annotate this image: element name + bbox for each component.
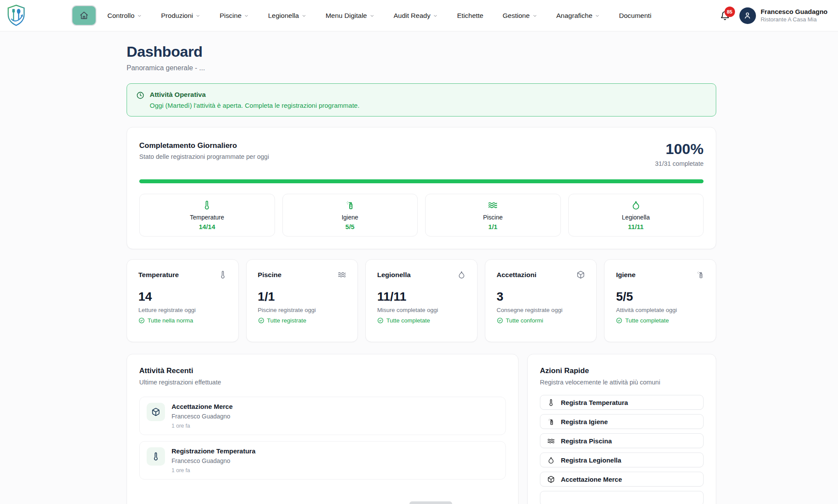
activity-time: 1 ore fa — [172, 423, 233, 429]
card-value: 1/1 — [258, 291, 347, 303]
card-title: Legionella — [377, 271, 411, 279]
load-more-button-partial[interactable] — [409, 501, 452, 504]
thermometer-icon — [219, 271, 227, 279]
stat-temperature: Temperature 14/14 — [139, 194, 275, 237]
spray-icon — [547, 418, 555, 425]
waves-icon — [338, 271, 346, 279]
quick-action-registra-legionella[interactable]: Registra Legionella — [540, 453, 704, 467]
card-title: Igiene — [616, 271, 635, 279]
nav-item-controllo[interactable]: Controllo — [107, 12, 142, 20]
stat-value: 5/5 — [345, 223, 354, 230]
nav-item-menu-digitale[interactable]: Menu Digitale — [326, 12, 374, 20]
droplet-icon — [547, 456, 555, 464]
summary-card-accettazioni[interactable]: Accettazioni 3 Consegne registrate oggi … — [485, 259, 597, 342]
stat-value: 14/14 — [199, 223, 215, 230]
spray-icon — [696, 271, 704, 279]
check-circle-icon — [377, 317, 384, 324]
summary-card-legionella[interactable]: Legionella 11/11 Misure completate oggi … — [365, 259, 477, 342]
summary-card-piscine[interactable]: Piscine 1/1 Piscine registrate oggi Tutt… — [246, 259, 358, 342]
operational-activity-alert: Attività Operativa Oggi (Martedì) l'atti… — [127, 83, 716, 117]
home-button[interactable] — [72, 5, 96, 26]
notifications-button[interactable]: 85 — [720, 11, 730, 21]
thermometer-icon — [151, 452, 160, 461]
summary-card-igiene[interactable]: Igiene 5/5 Attività completate oggi Tutt… — [604, 259, 716, 342]
recent-title: Attività Recenti — [139, 367, 506, 375]
recent-subtitle: Ultime registrazioni effettuate — [139, 379, 506, 386]
check-circle-icon — [258, 317, 264, 324]
package-icon — [151, 408, 160, 416]
progress-bar — [139, 179, 704, 183]
card-status: Tutte completate — [386, 317, 430, 324]
activity-title: Registrazione Temperatura — [172, 447, 255, 455]
user-avatar[interactable] — [739, 7, 756, 24]
nav-label: Produzioni — [161, 12, 193, 20]
stat-value: 1/1 — [488, 223, 498, 230]
chevron-down-icon — [433, 14, 438, 18]
main-content: Dashboard Panoramica generale - ... Atti… — [127, 31, 716, 504]
check-circle-icon — [138, 317, 145, 324]
page-title: Dashboard — [127, 43, 716, 60]
clock-icon — [136, 91, 144, 99]
nav-item-audit-ready[interactable]: Audit Ready — [394, 12, 438, 20]
activity-title: Accettazione Merce — [172, 403, 233, 410]
activity-user: Francesco Guadagno — [172, 413, 233, 420]
chevron-down-icon — [244, 14, 249, 18]
quick-actions-card: Azioni Rapide Registra velocemente le at… — [527, 354, 716, 504]
recent-activity-row[interactable]: Accettazione Merce Francesco Guadagno 1 … — [139, 397, 506, 435]
stat-label: Igiene — [342, 214, 358, 221]
stat-label: Piscine — [483, 214, 503, 221]
summary-cards-row: Temperature 14 Letture registrate oggi T… — [127, 259, 716, 342]
nav-label: Gestione — [502, 12, 529, 20]
user-name: Francesco Guadagno — [761, 7, 828, 16]
nav-item-documenti[interactable]: Documenti — [619, 12, 651, 20]
quick-actions-subtitle: Registra velocemente le attività più com… — [540, 379, 704, 386]
chevron-down-icon — [137, 14, 142, 18]
person-icon — [743, 11, 752, 20]
completion-subtitle: Stato delle registrazioni programmate pe… — [139, 153, 269, 160]
quick-action-registra-igiene[interactable]: Registra Igiene — [540, 414, 704, 429]
stat-legionella: Legionella 11/11 — [568, 194, 704, 237]
notification-count-badge: 85 — [725, 7, 735, 17]
nav-item-legionella[interactable]: Legionella — [268, 12, 306, 20]
stat-value: 11/11 — [628, 223, 644, 230]
user-organization: Ristorante A Casa Mia — [761, 16, 828, 24]
nav-label: Anagrafiche — [556, 12, 593, 20]
completion-title: Completamento Giornaliero — [139, 141, 269, 150]
card-value: 14 — [138, 291, 227, 303]
top-navigation-bar: Controllo Produzioni Piscine Legionella … — [0, 0, 838, 31]
user-info[interactable]: Francesco Guadagno Ristorante A Casa Mia — [761, 7, 828, 23]
card-title: Piscine — [258, 271, 282, 279]
card-description: Letture registrate oggi — [138, 307, 227, 313]
quick-action-registra-piscina[interactable]: Registra Piscina — [540, 433, 704, 448]
daily-completion-card: Completamento Giornaliero Stato delle re… — [127, 127, 716, 249]
quick-action-accettazione-merce[interactable]: Accettazione Merce — [540, 472, 704, 487]
card-status: Tutte registrate — [267, 317, 306, 324]
app-shield-logo-icon — [6, 3, 26, 28]
quick-action-partial[interactable] — [540, 491, 704, 504]
nav-item-piscine[interactable]: Piscine — [220, 12, 249, 20]
activity-time: 1 ore fa — [172, 467, 255, 473]
header-right-section: 85 Francesco Guadagno Ristorante A Casa … — [720, 7, 828, 24]
nav-item-gestione[interactable]: Gestione — [502, 12, 537, 20]
stat-label: Legionella — [622, 214, 650, 221]
quick-action-registra-temperatura[interactable]: Registra Temperatura — [540, 395, 704, 410]
nav-label: Legionella — [268, 12, 299, 20]
card-value: 11/11 — [377, 291, 466, 303]
nav-label: Documenti — [619, 12, 651, 20]
chevron-down-icon — [370, 14, 374, 18]
progress-fill — [139, 179, 704, 183]
card-description: Piscine registrate oggi — [258, 307, 347, 313]
thermometer-icon — [547, 399, 555, 406]
home-icon — [79, 11, 89, 20]
stat-label: Temperature — [190, 214, 224, 221]
summary-card-temperature[interactable]: Temperature 14 Letture registrate oggi T… — [127, 259, 239, 342]
completion-percent: 100% — [655, 141, 704, 156]
recent-activity-row[interactable]: Registrazione Temperatura Francesco Guad… — [139, 441, 506, 480]
activity-user: Francesco Guadagno — [172, 457, 255, 464]
nav-item-etichette[interactable]: Etichette — [457, 12, 483, 20]
nav-item-produzioni[interactable]: Produzioni — [161, 12, 200, 20]
check-circle-icon — [616, 317, 622, 324]
nav-item-anagrafiche[interactable]: Anagrafiche — [556, 12, 600, 20]
nav-label: Etichette — [457, 12, 483, 20]
card-value: 3 — [497, 291, 585, 303]
